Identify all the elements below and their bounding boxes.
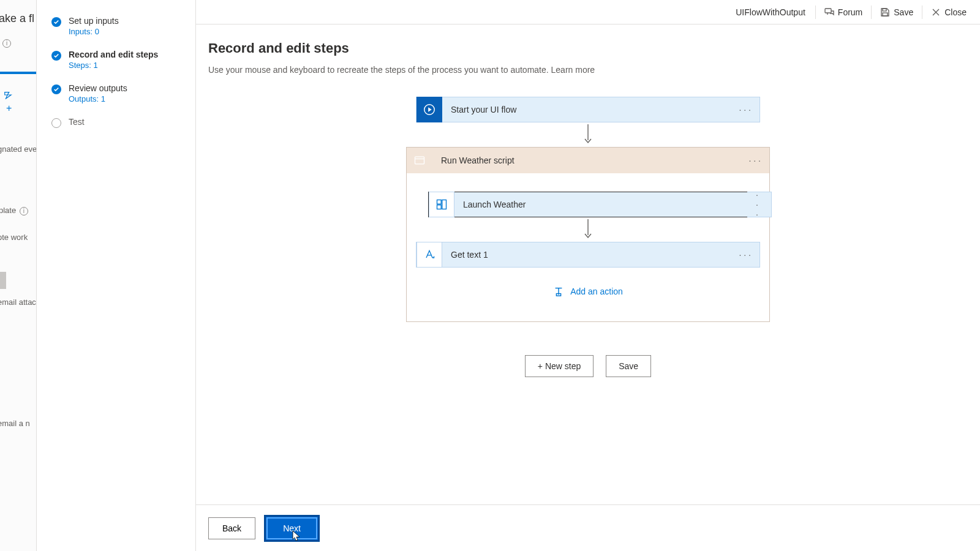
bg-frag-remote: ote work — [0, 233, 28, 242]
add-action-label: Add an action — [570, 287, 623, 296]
step-title: Set up inputs — [69, 16, 119, 26]
step-setup-inputs[interactable]: Set up inputs Inputs: 0 — [51, 16, 183, 36]
start-uiflow-card[interactable]: Start your UI flow · · · — [416, 97, 760, 122]
more-icon[interactable]: · · · — [731, 105, 760, 114]
empty-bullet-icon — [51, 118, 61, 128]
step-title: Review outputs — [69, 83, 127, 93]
check-icon — [51, 51, 61, 61]
bg-frag-designated: gnated even — [0, 144, 37, 154]
canvas-buttons: + New step Save — [525, 355, 651, 377]
text-icon — [417, 242, 442, 268]
chat-icon — [824, 7, 834, 17]
wizard-footer: Back Next — [196, 504, 980, 551]
script-icon — [407, 148, 432, 173]
main-panel: UIFlowWithOutput Forum Save Close Record… — [196, 0, 980, 551]
svg-rect-8 — [442, 200, 447, 209]
play-record-icon — [417, 97, 442, 122]
run-weather-script-card[interactable]: Run Weather script · · · Launch Weather … — [406, 147, 770, 322]
info-icon: i — [2, 38, 11, 48]
bg-frag-template: plate i — [0, 206, 28, 216]
svg-rect-0 — [825, 9, 831, 13]
save-button-canvas[interactable]: Save — [606, 355, 651, 377]
add-action-button[interactable]: Add an action — [553, 286, 623, 297]
more-icon[interactable]: · · · — [747, 192, 772, 217]
new-step-button[interactable]: + New step — [525, 355, 594, 377]
wizard-steps-sidebar: Set up inputs Inputs: 0 Record and edit … — [37, 0, 196, 551]
step-subtitle: Inputs: 0 — [69, 27, 119, 36]
check-icon — [51, 84, 61, 94]
svg-rect-1 — [883, 9, 886, 11]
flow-name: UIFlowWithOutput — [736, 7, 805, 17]
forum-label: Forum — [838, 7, 862, 17]
save-icon — [880, 7, 890, 17]
step-title: Record and edit steps — [69, 50, 158, 59]
learn-more-link[interactable]: Learn more — [551, 65, 595, 75]
action-title: Launch Weather — [454, 200, 747, 209]
bg-frag-email1: email attac — [0, 298, 36, 307]
flow-small-icon — [4, 91, 12, 101]
step-record-edit[interactable]: Record and edit steps Steps: 1 — [51, 50, 183, 70]
plus-icon: + — [6, 103, 12, 114]
top-bar: UIFlowWithOutput Forum Save Close — [196, 0, 980, 24]
separator — [815, 6, 816, 19]
next-button[interactable]: Next — [264, 515, 320, 542]
script-card-body: Launch Weather · · · Get text 1 — [407, 173, 769, 321]
get-text-action[interactable]: Get text 1 · · · — [416, 242, 760, 268]
svg-rect-7 — [437, 200, 442, 204]
card-title: Start your UI flow — [442, 105, 731, 114]
forum-button[interactable]: Forum — [818, 4, 869, 21]
svg-rect-5 — [415, 157, 424, 164]
arrow-connector — [584, 122, 592, 147]
launch-weather-action[interactable]: Launch Weather · · · — [428, 192, 748, 217]
content-area: Record and edit steps Use your mouse and… — [196, 24, 980, 504]
page-description: Use your mouse and keyboard to recreate … — [208, 65, 968, 75]
close-button[interactable]: Close — [925, 4, 973, 21]
step-subtitle: Outputs: 1 — [69, 94, 127, 103]
step-title: Test — [69, 117, 85, 127]
more-icon[interactable]: · · · — [731, 250, 760, 260]
save-button-top[interactable]: Save — [874, 4, 919, 21]
page-heading: Record and edit steps — [208, 40, 968, 56]
action-title: Get text 1 — [442, 250, 731, 260]
separator — [922, 6, 922, 19]
bg-gray-box — [0, 272, 6, 289]
bg-blue-underline — [0, 72, 37, 74]
back-button[interactable]: Back — [208, 517, 255, 539]
bg-frag-email2: email a n — [0, 419, 30, 428]
separator — [871, 6, 872, 19]
step-review-outputs[interactable]: Review outputs Outputs: 1 — [51, 83, 183, 103]
arrow-connector — [584, 217, 592, 242]
script-card-header[interactable]: Run Weather script · · · — [407, 148, 769, 173]
close-label: Close — [944, 7, 967, 17]
check-icon — [51, 17, 61, 27]
background-left-strip: ake a fl i + gnated even plate i ote wor… — [0, 0, 37, 551]
add-action-icon — [553, 286, 564, 297]
cursor-icon — [292, 530, 301, 541]
app-window-icon — [429, 192, 454, 217]
bg-title-fragment: ake a fl — [0, 12, 34, 25]
step-subtitle: Steps: 1 — [69, 61, 158, 70]
more-icon[interactable]: · · · — [741, 156, 769, 165]
save-label: Save — [894, 7, 913, 17]
svg-rect-9 — [437, 205, 442, 209]
flow-canvas: Start your UI flow · · · Run Weather scr… — [208, 97, 968, 377]
svg-rect-13 — [557, 294, 561, 296]
script-card-title: Run Weather script — [432, 156, 741, 165]
svg-rect-2 — [883, 13, 888, 16]
step-test[interactable]: Test — [51, 117, 183, 128]
close-icon — [931, 7, 941, 17]
